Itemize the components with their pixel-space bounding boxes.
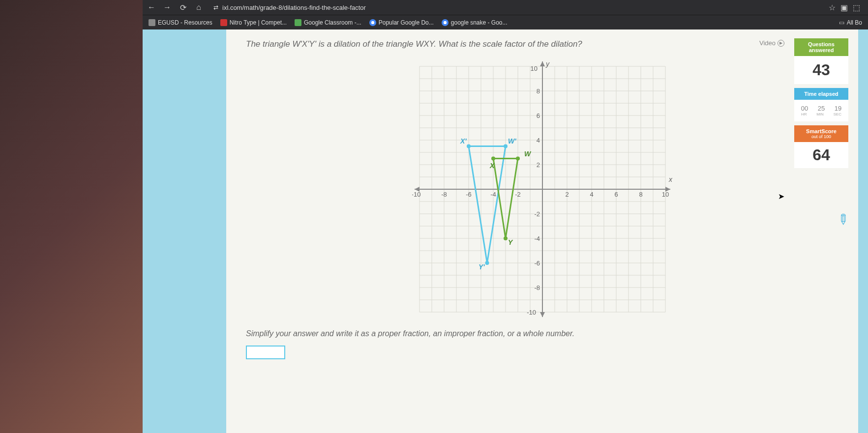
extension-icon[interactable]: ▣ bbox=[840, 3, 848, 12]
vertex-w-prime[interactable] bbox=[504, 144, 508, 148]
bookmarks-bar: EGUSD - Resources Nitro Type | Compet...… bbox=[143, 15, 868, 29]
vertex-x-prime[interactable] bbox=[467, 144, 471, 148]
extension-icon-2[interactable]: ⬚ bbox=[853, 3, 860, 12]
svg-text:6: 6 bbox=[536, 112, 539, 119]
site-settings-icon[interactable]: ⇄ bbox=[213, 4, 218, 11]
svg-text:-10: -10 bbox=[412, 191, 420, 198]
vertex-y[interactable] bbox=[504, 236, 508, 240]
svg-text:4: 4 bbox=[590, 191, 593, 198]
questions-answered-box: Questions answered 43 bbox=[794, 38, 848, 84]
smartscore-box: SmartScore out of 100 64 bbox=[794, 125, 848, 168]
svg-text:10: 10 bbox=[661, 191, 668, 198]
smartscore-value: 64 bbox=[798, 146, 844, 164]
all-bookmarks-button[interactable]: ▭All Bo bbox=[839, 19, 862, 26]
vertex-x[interactable] bbox=[491, 157, 495, 161]
time-hr: 00 bbox=[801, 105, 808, 112]
svg-text:-2: -2 bbox=[534, 210, 540, 218]
label-y: Y bbox=[508, 238, 513, 246]
answer-input[interactable] bbox=[246, 346, 285, 359]
min-label: MIN bbox=[816, 112, 824, 116]
label-w: W bbox=[524, 150, 532, 158]
classroom-icon bbox=[295, 19, 301, 26]
svg-text:-8: -8 bbox=[534, 284, 540, 291]
browser-actions: ☆ ▣ ⬚ bbox=[829, 3, 864, 12]
svg-text:8: 8 bbox=[639, 191, 642, 198]
svg-text:-4: -4 bbox=[490, 191, 496, 198]
google-icon bbox=[442, 19, 449, 26]
pencil-tool-icon[interactable]: ✎ bbox=[833, 210, 853, 230]
home-button[interactable]: ⌂ bbox=[194, 3, 204, 12]
video-link[interactable]: Video ▶ bbox=[759, 39, 784, 47]
url-text: ixl.com/math/grade-8/dilations-find-the-… bbox=[222, 4, 366, 11]
svg-text:2: 2 bbox=[565, 191, 569, 198]
svg-marker-43 bbox=[540, 312, 545, 317]
svg-marker-42 bbox=[540, 61, 545, 66]
bookmark-popular-google[interactable]: Popular Google Do... bbox=[369, 19, 434, 26]
play-icon: ▶ bbox=[778, 40, 784, 47]
bookmark-nitro[interactable]: Nitro Type | Compet... bbox=[220, 19, 287, 26]
smartscore-header: SmartScore out of 100 bbox=[794, 125, 848, 142]
questions-value: 43 bbox=[796, 61, 846, 79]
forward-button[interactable]: → bbox=[162, 3, 172, 12]
hr-label: HR bbox=[801, 112, 807, 116]
svg-text:8: 8 bbox=[536, 87, 539, 95]
coordinate-graph[interactable]: x y -10 -8 -6 -4 -2 2 4 6 8 10 -10 -8 bbox=[412, 59, 673, 319]
star-icon[interactable]: ☆ bbox=[829, 3, 836, 12]
svg-text:-4: -4 bbox=[534, 235, 540, 242]
browser-toolbar: ← → ⟳ ⌂ ⇄ ixl.com/math/grade-8/dilations… bbox=[143, 0, 868, 15]
vertex-y-prime[interactable] bbox=[485, 261, 489, 265]
reload-button[interactable]: ⟳ bbox=[178, 3, 188, 12]
svg-text:-6: -6 bbox=[534, 260, 540, 267]
time-elapsed-box: Time elapsed 00 25 19 HR MIN SEC bbox=[794, 88, 848, 121]
page-content: Video ▶ Questions answered 43 Time elaps… bbox=[143, 29, 868, 433]
google-icon bbox=[369, 19, 376, 26]
svg-text:2: 2 bbox=[536, 161, 539, 169]
svg-text:-6: -6 bbox=[466, 191, 472, 198]
time-sec: 19 bbox=[835, 105, 841, 112]
svg-text:-8: -8 bbox=[441, 191, 447, 198]
svg-text:10: 10 bbox=[530, 65, 537, 72]
label-y-prime: Y' bbox=[479, 263, 485, 271]
stats-panel: Questions answered 43 Time elapsed 00 25… bbox=[794, 38, 848, 172]
svg-text:-2: -2 bbox=[515, 191, 521, 198]
ixl-question-page: Video ▶ Questions answered 43 Time elaps… bbox=[226, 29, 858, 433]
x-axis-label: x bbox=[668, 175, 673, 183]
desk-background bbox=[0, 0, 148, 433]
nitro-icon bbox=[220, 19, 227, 26]
time-min: 25 bbox=[818, 105, 825, 112]
label-x: X bbox=[489, 162, 495, 170]
question-text: The triangle W'X'Y' is a dilation of the… bbox=[246, 39, 838, 49]
sec-label: SEC bbox=[834, 112, 841, 116]
time-header: Time elapsed bbox=[794, 88, 848, 100]
cursor-icon: ➤ bbox=[778, 192, 784, 201]
svg-text:-10: -10 bbox=[527, 309, 536, 316]
graph-svg: x y -10 -8 -6 -4 -2 2 4 6 8 10 -10 -8 bbox=[412, 59, 673, 319]
back-button[interactable]: ← bbox=[147, 3, 156, 12]
label-w-prime: W' bbox=[508, 137, 516, 145]
y-axis-label: y bbox=[545, 60, 550, 68]
svg-text:6: 6 bbox=[614, 191, 618, 198]
bookmark-egusd[interactable]: EGUSD - Resources bbox=[149, 19, 212, 26]
folder-icon: ▭ bbox=[839, 19, 844, 26]
browser-window: ← → ⟳ ⌂ ⇄ ixl.com/math/grade-8/dilations… bbox=[143, 0, 868, 433]
folder-icon bbox=[149, 19, 155, 26]
instruction-text: Simplify your answer and write it as a p… bbox=[246, 329, 838, 338]
bookmark-google-classroom[interactable]: Google Classroom -... bbox=[295, 19, 361, 26]
svg-text:4: 4 bbox=[536, 137, 539, 144]
questions-header: Questions answered bbox=[794, 38, 848, 56]
label-x-prime: X' bbox=[460, 137, 467, 145]
url-bar[interactable]: ⇄ ixl.com/math/grade-8/dilations-find-th… bbox=[210, 4, 823, 11]
bookmark-snake[interactable]: google snake - Goo... bbox=[442, 19, 508, 26]
vertex-w[interactable] bbox=[516, 157, 520, 161]
